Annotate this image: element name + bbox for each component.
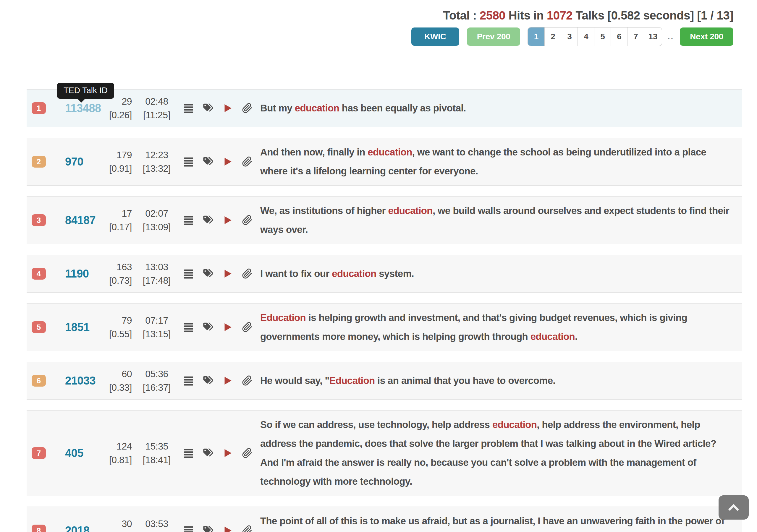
hit-count: 179: [101, 148, 132, 162]
talk-id-cell: 21033: [56, 374, 101, 387]
row-action-icons: [177, 525, 260, 532]
play-icon[interactable]: [222, 322, 233, 333]
hits-score-cell: 17 [0.17]: [101, 207, 136, 234]
sentence-fragment: The point of all of this is to make us a…: [260, 516, 724, 526]
page-button-1[interactable]: 1: [528, 27, 544, 46]
play-icon[interactable]: [222, 448, 233, 458]
paperclip-icon[interactable]: [242, 215, 253, 225]
result-number-badge: 4: [32, 268, 46, 280]
sentence-fragment: is an animal that you have to overcome.: [375, 375, 556, 386]
hit-count: 163: [101, 260, 132, 274]
talk-id-link[interactable]: 405: [65, 447, 83, 459]
timestamp: 05:36: [136, 367, 177, 381]
pagination-ellipsis: ..: [668, 32, 674, 42]
time-cell: 13:03 [17:48]: [136, 260, 177, 287]
tags-icon[interactable]: [203, 448, 214, 458]
time-cell: 15:35 [18:41]: [136, 439, 177, 467]
timestamp: 12:23: [136, 148, 177, 162]
talk-id-link[interactable]: 2018: [65, 524, 90, 532]
talk-id-link[interactable]: 113488: [65, 102, 101, 114]
tags-icon[interactable]: [203, 103, 214, 113]
result-row: 5 1851 79 [0.55] 07:17 [13:15]: [27, 303, 742, 351]
tags-icon[interactable]: [203, 268, 214, 279]
paperclip-icon[interactable]: [242, 322, 253, 333]
talk-duration: [04:19]: [136, 531, 177, 532]
talk-id-link[interactable]: 1190: [65, 267, 89, 280]
play-icon[interactable]: [222, 156, 233, 167]
align-justify-icon[interactable]: [183, 448, 194, 458]
page-button-13[interactable]: 13: [644, 27, 661, 46]
sentence-fragment: And then now, finally in: [260, 147, 368, 158]
hits-score-cell: 30 [0.83]: [101, 517, 136, 532]
talk-duration: [13:32]: [136, 162, 177, 175]
scroll-to-top-button[interactable]: [718, 495, 749, 519]
prev-200-button[interactable]: Prev 200: [467, 27, 520, 46]
talk-id-cell: 970: [56, 156, 101, 168]
tags-icon[interactable]: [203, 322, 214, 333]
pagination-controls: KWIC Prev 200 123456713 .. Next 200: [411, 27, 733, 46]
sentence-text: But my education has been equally as piv…: [260, 99, 742, 118]
page-button-2[interactable]: 2: [544, 27, 561, 46]
align-justify-icon[interactable]: [183, 322, 194, 333]
timestamp: 15:35: [136, 439, 177, 453]
paperclip-icon[interactable]: [242, 375, 253, 386]
talk-duration: [16:37]: [136, 381, 177, 394]
hits-score-cell: 163 [0.73]: [101, 260, 136, 287]
sentence-text: We, as institutions of higher education,…: [260, 201, 742, 239]
talk-id-link[interactable]: 970: [65, 156, 83, 168]
tags-icon[interactable]: [203, 525, 214, 532]
kwic-button[interactable]: KWIC: [411, 27, 459, 46]
page-button-5[interactable]: 5: [594, 27, 611, 46]
align-justify-icon[interactable]: [183, 215, 194, 225]
tags-icon[interactable]: [203, 375, 214, 386]
keyword-highlight: Education: [260, 312, 306, 323]
align-justify-icon[interactable]: [183, 103, 194, 113]
talk-id-link[interactable]: 21033: [65, 374, 96, 387]
next-200-button[interactable]: Next 200: [680, 27, 733, 46]
result-row: 6 21033 60 [0.33] 05:36 [16:37]: [27, 362, 742, 399]
align-justify-icon[interactable]: [183, 525, 194, 532]
total-hits-count: 2580: [480, 9, 505, 22]
row-action-icons: [177, 156, 260, 167]
sentence-fragment: But my: [260, 103, 295, 113]
result-number-badge: 8: [32, 525, 46, 532]
page-button-4[interactable]: 4: [578, 27, 594, 46]
talk-id-link[interactable]: 1851: [65, 321, 90, 333]
row-action-icons: [177, 448, 260, 458]
paperclip-icon[interactable]: [242, 525, 253, 532]
paperclip-icon[interactable]: [242, 448, 253, 458]
align-justify-icon[interactable]: [183, 268, 194, 279]
page-button-6[interactable]: 6: [611, 27, 627, 46]
chevron-up-icon: [727, 501, 740, 515]
sentence-fragment: He would say, ": [260, 375, 329, 386]
page-button-7[interactable]: 7: [627, 27, 644, 46]
talk-duration: [13:15]: [136, 327, 177, 341]
talk-id-cell: 113488: [56, 102, 101, 115]
paperclip-icon[interactable]: [242, 103, 253, 113]
align-justify-icon[interactable]: [183, 375, 194, 386]
play-icon[interactable]: [222, 525, 233, 532]
sentence-text: And then now, finally in education, we w…: [260, 143, 742, 181]
result-number-badge: 5: [32, 321, 46, 333]
align-justify-icon[interactable]: [183, 156, 194, 167]
page-button-3[interactable]: 3: [561, 27, 578, 46]
timestamp: 03:53: [136, 517, 177, 531]
result-row: 8 2018 30 [0.83] 03:53 [04:19]: [27, 507, 742, 532]
play-icon[interactable]: [222, 375, 233, 386]
play-icon[interactable]: [222, 215, 233, 225]
paperclip-icon[interactable]: [242, 156, 253, 167]
talk-duration: [18:41]: [136, 453, 177, 467]
sentence-text: He would say, "Education is an animal th…: [260, 371, 742, 390]
relevance-score: [0.26]: [101, 108, 132, 122]
play-icon[interactable]: [222, 268, 233, 279]
relevance-score: [0.73]: [101, 274, 132, 287]
play-icon[interactable]: [222, 103, 233, 113]
tags-icon[interactable]: [203, 215, 214, 225]
row-action-icons: [177, 103, 260, 113]
total-label: Total :: [443, 9, 480, 22]
result-number-cell: 5: [27, 321, 56, 333]
keyword-highlight: education: [332, 268, 376, 279]
tags-icon[interactable]: [203, 156, 214, 167]
paperclip-icon[interactable]: [242, 268, 253, 279]
talk-id-link[interactable]: 84187: [65, 214, 96, 226]
